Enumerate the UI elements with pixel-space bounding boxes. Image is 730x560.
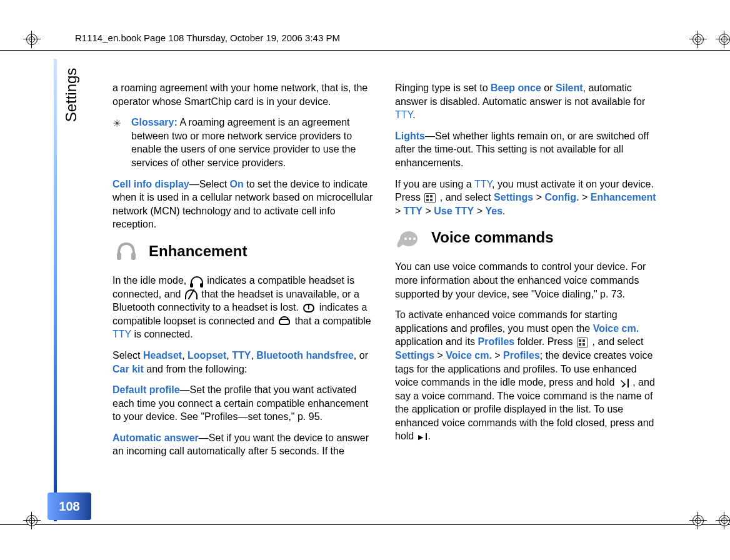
voice-commands-heading: Voice commands	[395, 226, 658, 249]
page-number: 108	[48, 492, 91, 520]
svg-rect-0	[117, 252, 121, 260]
ringing-type-paragraph: Ringing type is set to Beep once or Sile…	[395, 81, 658, 122]
crop-top-rule	[0, 50, 730, 51]
crop-mark-icon	[692, 34, 704, 45]
page-header: R1114_en.book Page 108 Thursday, October…	[75, 32, 340, 43]
page-content: a roaming agreement with your home netwo…	[112, 81, 658, 498]
tty-activate-paragraph: If you are using a TTY, you must activat…	[395, 178, 658, 218]
select-list-paragraph: Select Headset, Loopset, TTY, Bluetooth …	[112, 349, 375, 376]
headset-section-icon	[112, 240, 140, 262]
right-column: Ringing type is set to Beep once or Sile…	[395, 81, 658, 498]
svg-point-3	[404, 238, 407, 240]
right-softkey-icon	[619, 379, 629, 388]
crop-mark-icon	[719, 34, 730, 45]
svg-rect-1	[131, 252, 136, 260]
crop-mark-icon	[26, 34, 38, 45]
crop-mark-icon	[26, 515, 38, 526]
loopset-icon	[302, 303, 315, 313]
crop-mark-icon	[719, 515, 730, 526]
voice-section-icon	[395, 226, 422, 249]
glossary-icon: ☀	[112, 117, 121, 131]
crop-bottom-rule	[0, 524, 730, 525]
glossary-block: ☀ Glossary: A roaming agreement is an ag…	[112, 116, 375, 169]
cell-info-paragraph: Cell info display—Select On to set the d…	[112, 178, 375, 231]
svg-point-5	[413, 238, 416, 240]
glossary-label: Glossary:	[131, 117, 178, 128]
menu-key-icon	[577, 338, 588, 348]
voice-commands-intro: You can use voice commands to control yo…	[395, 260, 658, 301]
voice-commands-activate: To activate enhanced voice commands for …	[395, 308, 658, 443]
on-option: On	[230, 179, 244, 189]
menu-key-icon	[424, 193, 436, 203]
headset-unavailable-icon	[185, 289, 198, 299]
section-tab: Settings	[62, 68, 80, 122]
default-profile-paragraph: Default profile—Set the profile that you…	[112, 383, 375, 424]
svg-point-4	[409, 238, 411, 240]
automatic-answer-paragraph: Automatic answer—Set if you want the dev…	[112, 431, 375, 458]
enhancement-heading: Enhancement	[112, 240, 375, 262]
crop-mark-icon	[692, 515, 704, 526]
lights-paragraph: Lights—Set whether lights remain on, or …	[395, 129, 658, 170]
play-hold-icon	[418, 432, 427, 441]
left-column: a roaming agreement with your home netwo…	[112, 81, 375, 498]
roaming-paragraph: a roaming agreement with your home netwo…	[112, 81, 375, 108]
cell-info-label: Cell info display	[112, 179, 189, 189]
sidebar: Settings 108	[54, 68, 89, 520]
tty-icon	[278, 316, 291, 326]
headset-connected-icon	[191, 276, 203, 286]
idle-mode-paragraph: In the idle mode, indicates a compatible…	[112, 274, 375, 341]
